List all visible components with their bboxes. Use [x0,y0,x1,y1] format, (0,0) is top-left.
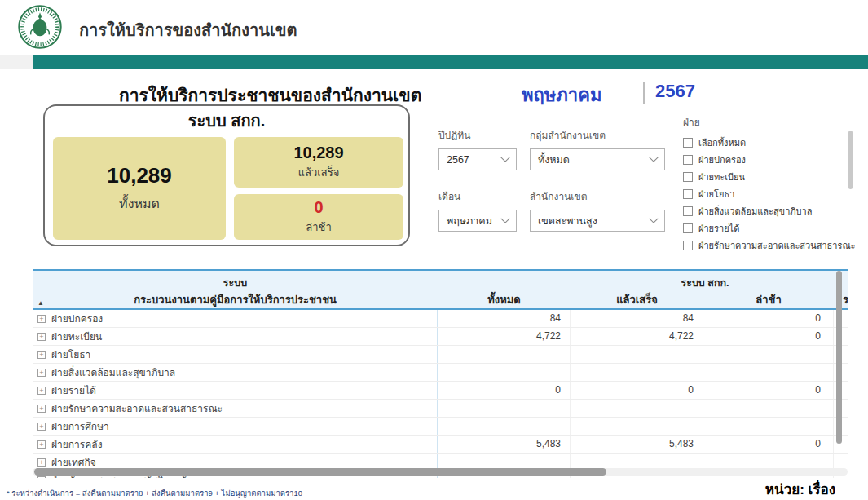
cell-late [703,364,834,381]
table-row[interactable]: +ฝ่ายรายได้ 0 0 0 [33,382,848,400]
cell-total [438,364,571,381]
kpi-card-completed: 10,289 แล้วเสร็จ [234,137,403,188]
checkbox-icon[interactable] [683,155,693,165]
cell-completed: 0 [571,382,703,399]
cell-late [703,418,834,435]
row-department: ฝ่ายการศึกษา [51,418,109,434]
kpi-late-value: 0 [314,198,323,217]
header-group-sakok: ระบบ สกก. [603,275,807,291]
kpi-card-total: 10,289 ทั้งหมด [53,137,226,240]
accent-bar [33,55,868,69]
vertical-scrollbar-thumb[interactable] [836,271,842,444]
expand-plus-icon[interactable]: + [37,405,46,413]
filter-calendar-year-label: ปีปฏิทิน [438,127,517,143]
top-header: การให้บริการของสำนักงานเขต [0,0,868,55]
slicer-option[interactable]: ฝ่ายรักษาความสะอาดและสวนสาธารณะ [683,237,846,254]
expand-plus-icon[interactable]: + [37,333,46,341]
expand-plus-icon[interactable]: + [37,423,46,431]
service-matrix-table: ระบบ กระบวนงานตามคู่มือการให้บริการประชา… [33,269,848,478]
cell-total [438,346,571,363]
slicer-option-label: ฝ่ายทะเบียน [698,170,745,184]
app-title: การให้บริการของสำนักงานเขต [79,17,297,43]
table-row[interactable]: +ฝ่ายโยธา [33,346,848,364]
slicer-option-label: ฝ่ายรายได้ [698,221,739,236]
row-department: ฝ่ายโยธา [51,347,90,362]
expand-plus-icon[interactable]: + [37,369,46,377]
filter-month-dropdown[interactable]: พฤษภาคม [438,210,517,232]
footnote: * ระหว่างดำเนินการ = ส่งคืนตามมาตรา8 + ส… [7,487,302,499]
unit-label: หน่วย: เรื่อง [765,478,835,500]
table-row[interactable]: +ฝ่ายทะเบียน 4,722 4,722 0 [33,328,848,346]
filter-month: เดือน พฤษภาคม [438,188,517,232]
row-department: ฝ่ายทะเบียน [51,329,102,344]
chevron-down-icon [649,214,658,223]
slicer-option-select-all[interactable]: เลือกทั้งหมด [683,134,846,151]
row-department: ฝ่ายปกครอง [51,311,103,326]
kpi-late-label: ล่าช้า [306,219,331,236]
cell-completed [571,346,703,363]
expand-plus-icon[interactable]: + [37,351,46,359]
filter-district-office-label: สำนักงานเขต [530,188,665,204]
cell-completed: 5,483 [571,436,703,453]
cell-late [703,400,834,417]
cell-total: 0 [438,382,571,399]
checkbox-icon[interactable] [683,189,693,199]
slicer-option[interactable]: ฝ่ายทะเบียน [683,168,846,185]
header-process-column[interactable]: กระบวนงานตามคู่มือการให้บริการประชาชน [33,291,438,308]
table-row[interactable]: +ฝ่ายปกครอง 84 84 0 [33,310,848,328]
slicer-option[interactable]: ฝ่ายสิ่งแวดล้อมและสุขาภิบาล [683,202,846,219]
cell-total [438,418,571,435]
header-column-late[interactable]: ล่าช้า [703,291,834,308]
checkbox-icon[interactable] [683,138,693,148]
slicer-option[interactable]: ฝ่ายรายได้ [683,219,846,237]
header-column-separator [438,271,438,310]
header-column-completed[interactable]: แล้วเสร็จ [571,291,703,308]
chevron-down-icon [500,214,509,223]
title-divider [643,82,645,104]
cell-completed: 4,722 [571,328,703,345]
filter-district-office: สำนักงานเขต เขตสะพานสูง [530,188,665,232]
table-header: ระบบ กระบวนงานตามคู่มือการให้บริการประชา… [33,271,848,310]
checkbox-icon[interactable] [683,172,693,182]
year-value: 2567 [655,81,695,102]
filter-district-group-dropdown[interactable]: ทั้งหมด [530,148,665,170]
sort-ascending-icon[interactable]: ▲ [37,299,44,307]
kpi-total-label: ทั้งหมด [119,193,160,214]
cell-late: 0 [703,328,834,345]
cell-total: 4,722 [438,328,571,345]
expand-plus-icon[interactable]: + [37,440,46,449]
expand-plus-icon[interactable]: + [37,387,46,395]
table-row[interactable]: +ฝ่ายการศึกษา [33,418,848,436]
horizontal-scrollbar-thumb[interactable] [34,468,606,476]
cell-late [703,346,834,363]
kpi-completed-label: แล้วเสร็จ [298,164,340,181]
bma-seal-icon [17,4,63,50]
filter-calendar-year-dropdown[interactable]: 2567 [438,148,517,170]
cell-completed [571,400,703,417]
table-row[interactable]: +ฝ่ายการคลัง 5,483 5,483 0 [33,436,848,454]
slicer-option[interactable]: ฝ่ายโยธา [683,185,846,202]
checkbox-icon[interactable] [683,206,693,216]
chevron-down-icon [649,153,658,162]
cell-completed: 84 [571,310,703,327]
slicer-option-label: ฝ่ายโยธา [698,187,734,201]
filter-calendar-year: ปีปฏิทิน 2567 [438,127,517,170]
month-value: พฤษภาคม [522,81,601,109]
cell-late: 0 [703,382,834,399]
filter-month-value: พฤษภาคม [447,213,492,229]
chevron-down-icon [500,153,509,162]
cell-late: 0 [703,310,834,327]
cell-completed [571,364,703,381]
checkbox-icon[interactable] [683,241,693,250]
table-row[interactable]: +ฝ่ายสิ่งแวดล้อมและสุขาภิบาล [33,364,848,382]
table-row[interactable]: +ฝ่ายรักษาความสะอาดและสวนสาธารณะ [33,400,848,418]
header-column-total[interactable]: ทั้งหมด [438,291,571,308]
checkbox-icon[interactable] [683,223,693,233]
slicer-scrollbar[interactable] [848,131,853,189]
filter-district-office-dropdown[interactable]: เขตสะพานสูง [530,210,665,232]
row-department: ฝ่ายสิ่งแวดล้อมและสุขาภิบาล [51,365,175,380]
expand-plus-icon[interactable]: + [37,458,46,467]
expand-plus-icon[interactable]: + [37,476,46,479]
expand-plus-icon[interactable]: + [37,315,46,323]
slicer-option[interactable]: ฝ่ายปกครอง [683,151,846,168]
